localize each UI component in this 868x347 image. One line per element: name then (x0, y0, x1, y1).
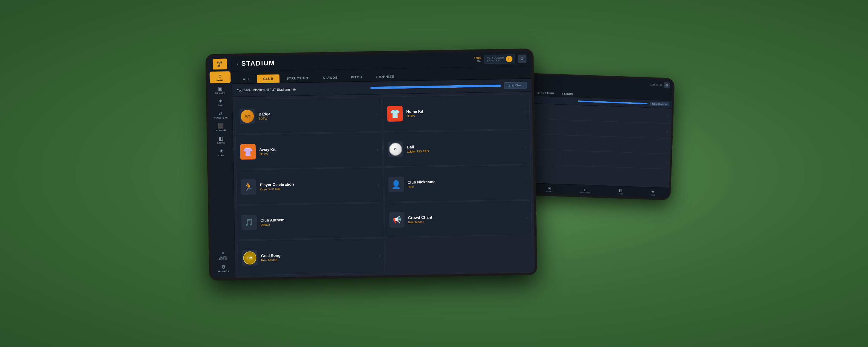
tab-trophies[interactable]: TROPHIES (369, 72, 401, 81)
homekit-chevron-icon: › (524, 109, 525, 114)
back-nav-club[interactable]: ★ CLUB (651, 190, 655, 196)
back-nav-store-label: STORE (617, 193, 623, 195)
sidebar-item-home[interactable]: ⌂ HOME (209, 71, 230, 83)
sidebar-item-stadium[interactable]: ⬛ STADIUM (210, 121, 231, 133)
nickname-person-icon: 👤 (391, 180, 401, 189)
grid-item-awaykit[interactable]: 👚 Away Kit TOTW › (235, 132, 383, 169)
back-nav-store[interactable]: ◧ STORE (617, 188, 623, 195)
back-header-right: 1,905 ◎ 150 ⚙ (650, 82, 670, 88)
header-back-icon[interactable]: ‹ (237, 61, 238, 67)
club-anthem-chevron-icon: › (378, 218, 379, 223)
sidebar-leaderboards-label: LEADER-BOARDS (219, 256, 227, 260)
founder-badge-container: FUT FOUNDER EA FC Club F (484, 54, 515, 64)
sidebar-sbc-label: SBC (218, 104, 223, 106)
founder-sub: EA FC Club (487, 59, 504, 62)
crowd-megaphone-icon: 📢 (393, 216, 401, 224)
sidebar-item-squads[interactable]: ▣ SQUADS (210, 84, 231, 96)
front-tablet: FUT23 ⌂ HOME ▣ SQUADS ◈ SBC ⇄ TRANSFERS (205, 48, 537, 281)
club-icon: ★ (219, 148, 223, 154)
tablets-container: ‹ STADIUM 1,905 ◎ 150 ⚙ ALL CLUB STRUCTU… (195, 39, 673, 308)
anthem-music-icon: 🎵 (245, 218, 253, 227)
goal-song-chevron-icon: › (379, 253, 380, 258)
celebration-info: Player Celebration Knee Slide Rail (260, 181, 374, 191)
club-nickname-chevron-icon: › (525, 180, 526, 185)
back-progress-bar (578, 100, 648, 104)
tab-structure[interactable]: STRUCTURE (281, 74, 316, 83)
back-ball-info: Ball adidas T90 PRO (516, 154, 664, 164)
awaykit-shirt-icon: 👚 (243, 147, 253, 157)
header-settings-btn[interactable]: ⚙ (518, 54, 526, 63)
sidebar-spacer (221, 159, 223, 250)
sidebar-item-store[interactable]: ◧ STORE (211, 133, 232, 146)
tab-club[interactable]: CLUB (257, 74, 279, 83)
back-homekit-info: Home Kit TOTW (517, 123, 665, 133)
founder-avatar: F (506, 56, 513, 62)
store-icon: ◧ (219, 136, 223, 141)
sidebar-club-label: CLUB (218, 154, 225, 157)
transfers-icon: ⇄ (219, 111, 222, 116)
sidebar-home-label: HOME (217, 79, 223, 82)
goal-song-icon: RM (242, 250, 258, 265)
grid-item-goal-song[interactable]: RM Goal Song Real Madrid › (237, 238, 385, 276)
back-awaykit-chevron: › (666, 145, 668, 148)
grid-item-crowd-chant[interactable]: 📢 Crowd Chant Real Madrid › (384, 200, 532, 237)
sidebar-settings-label: SETTINGS (217, 270, 229, 273)
crowd-chant-info: Crowd Chant Real Madrid (408, 214, 522, 224)
grid-item-ball[interactable]: ⚽ Ball adidas T90 PRO › (383, 129, 531, 167)
club-nickname-icon: 👤 (389, 177, 404, 193)
sidebar-squads-label: SQUADS (215, 92, 225, 94)
grid-item-club-anthem[interactable]: 🎵 Club Anthem Default › (237, 203, 384, 240)
grid-item-celebration[interactable]: 🏃 Player Celebration Knee Slide Rail › (236, 167, 383, 205)
main-content: ‹ STADIUM 1,905 150 FUT FOUNDER EA FC Cl… (232, 51, 535, 278)
sidebar-item-leaderboards[interactable]: ≡ LEADER-BOARDS (212, 249, 234, 261)
stadium-icon: ⬛ (218, 123, 224, 129)
badge-info: Badge TOTW (258, 110, 373, 120)
banner-text: You have unlocked all FUT Stadiums! 🏟 (237, 86, 368, 92)
badge-chevron-icon: › (376, 112, 378, 117)
sidebar-item-sbc[interactable]: ◈ SBC (210, 96, 231, 108)
sidebar-item-club[interactable]: ★ CLUB (211, 146, 232, 158)
back-tab-structure[interactable]: STRUCTURE (534, 90, 558, 97)
crowd-chant-chevron-icon: › (526, 215, 527, 220)
badge-icon: FUT (240, 108, 255, 124)
currency-silver: 150 (477, 60, 482, 63)
sidebar-item-transfers[interactable]: ⇄ TRANSFERS (210, 108, 231, 121)
awaykit-info: Away Kit TOTW (259, 146, 373, 156)
grid-item-badge[interactable]: FUT Badge TOTW › (235, 97, 382, 134)
back-nav-club-label: CLUB (651, 194, 655, 196)
sidebar-transfers-label: TRANSFERS (214, 117, 227, 119)
back-nav-squads[interactable]: ▣ SQUADS (546, 186, 553, 192)
celebration-icon: 🏃 (241, 179, 256, 195)
player-celebration-icon: 🏃 (244, 183, 253, 192)
homekit-shirt-icon: 👕 (390, 109, 400, 119)
homekit-icon: 👕 (387, 106, 403, 122)
leaderboards-icon: ≡ (222, 251, 224, 256)
header-currency-display: 1,905 150 (474, 56, 481, 63)
homekit-info: Home Kit TOTW (406, 107, 521, 118)
currency-gold: 1,905 (474, 56, 481, 60)
go-to-objectives-btn[interactable]: Go to Obje... (504, 82, 527, 89)
front-tablet-screen: FUT23 ⌂ HOME ▣ SQUADS ◈ SBC ⇄ TRANSFERS (208, 51, 535, 278)
grid-item-club-nickname[interactable]: 👤 Club Nickname Real › (383, 165, 531, 202)
progress-bar-container (370, 84, 501, 89)
back-badge-chevron: › (668, 114, 669, 118)
sidebar-stadium-label: STADIUM (216, 129, 226, 131)
fut23-logo: FUT23 (212, 58, 227, 69)
tab-stands[interactable]: STANDS (316, 73, 344, 82)
squads-icon: ▣ (218, 86, 222, 91)
sidebar-item-settings[interactable]: ⚙ SETTINGS (213, 262, 234, 274)
back-go-btn[interactable]: Go to Objective (650, 102, 669, 106)
sidebar-store-label: STORE (217, 142, 225, 144)
grid-item-homekit[interactable]: 👕 Home Kit TOTW › (382, 94, 530, 131)
back-nav-transfers[interactable]: ⇄ TRANSFERS (580, 187, 590, 193)
sidebar: FUT23 ⌂ HOME ▣ SQUADS ◈ SBC ⇄ TRANSFERS (208, 56, 236, 278)
sbc-icon: ◈ (219, 98, 222, 104)
back-nav-club-icon: ★ (651, 190, 654, 194)
tab-all[interactable]: ALL (237, 75, 256, 84)
club-anthem-info: Club Anthem Default (260, 216, 375, 227)
tab-pitch[interactable]: PITCH (345, 73, 368, 82)
awaykit-chevron-icon: › (377, 147, 378, 152)
back-tab-stands[interactable]: STANDS (558, 91, 577, 97)
sidebar-logo: FUT23 (212, 58, 228, 70)
back-settings-btn[interactable]: ⚙ (664, 82, 670, 89)
